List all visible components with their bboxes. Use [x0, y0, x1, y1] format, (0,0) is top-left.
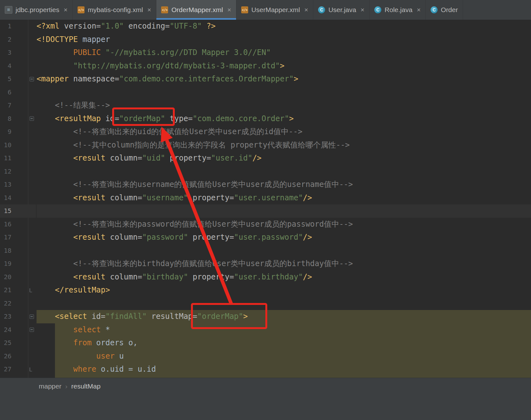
code-line-4[interactable]: "http://mybatis.org/dtd/mybatis-3-mapper…: [37, 59, 531, 73]
code-token: mapper: [83, 35, 110, 44]
code-line-7[interactable]: <!--结果集-->: [37, 99, 531, 112]
fold-collapse-icon[interactable]: −: [30, 327, 34, 332]
gutter-line[interactable]: 16: [0, 218, 36, 231]
code-line-13[interactable]: <!--将查询出来的username的值赋值给User类中user成员的user…: [37, 178, 531, 191]
line-number: 8: [2, 112, 11, 126]
code-token: version=: [64, 22, 101, 31]
gutter-line[interactable]: 21: [0, 284, 36, 297]
code-token: />: [303, 193, 312, 202]
close-tab-icon[interactable]: ✕: [147, 7, 151, 13]
code-token: <?xml: [37, 22, 64, 31]
code-token: >: [280, 61, 284, 70]
gutter-line[interactable]: 26: [0, 350, 36, 363]
code-token: <!--将查询出来的password的值赋值给User类中user成员的pass…: [73, 220, 353, 229]
code-line-8[interactable]: <resultMap id="orderMap" type="com.demo.…: [37, 112, 531, 126]
gutter-line[interactable]: 11: [0, 152, 36, 165]
close-tab-icon[interactable]: ✕: [227, 7, 231, 13]
tab-mybatis-config-xml[interactable]: </>mybatis-config.xml✕: [73, 0, 156, 20]
line-number: 27: [2, 363, 11, 376]
code-line-25[interactable]: from orders o,: [37, 336, 531, 350]
tab-role-java[interactable]: CRole.java✕: [370, 0, 426, 20]
gutter-line[interactable]: 22: [0, 297, 36, 310]
gutter-line[interactable]: 8−: [0, 112, 36, 126]
code-token: "username": [142, 193, 188, 202]
gutter-line[interactable]: 7: [0, 99, 36, 112]
code-line-1[interactable]: <?xml version="1.0" encoding="UTF-8" ?>: [37, 20, 531, 33]
fold-end-icon[interactable]: [30, 288, 32, 292]
gutter-line[interactable]: 18: [0, 244, 36, 258]
close-tab-icon[interactable]: ✕: [64, 7, 68, 13]
tab-ordermapper-xml[interactable]: </>OrderMapper.xml✕: [156, 0, 236, 20]
gutter-line[interactable]: 23−: [0, 310, 36, 323]
code-line-2[interactable]: <!DOCTYPE mapper: [37, 33, 531, 46]
tab-bar: ≡jdbc.properties✕</>mybatis-config.xml✕<…: [0, 0, 531, 20]
gutter-line[interactable]: 3: [0, 46, 36, 59]
gutter-line[interactable]: 15: [0, 204, 36, 218]
tab-label: UserMapper.xml: [251, 6, 300, 14]
gutter-line[interactable]: 4: [0, 59, 36, 73]
gutter-line[interactable]: 13: [0, 178, 36, 191]
gutter-line[interactable]: 14: [0, 191, 36, 205]
code-line-14[interactable]: <result column="username" property="user…: [37, 191, 531, 205]
gutter-line[interactable]: 20: [0, 271, 36, 284]
tab-order[interactable]: COrder: [426, 0, 463, 20]
tab-jdbc-properties[interactable]: ≡jdbc.properties✕: [0, 0, 73, 20]
code-line-26[interactable]: user u: [37, 350, 531, 363]
code-line-3[interactable]: PUBLIC "-//mybatis.org//DTD Mapper 3.0//…: [37, 46, 531, 59]
code-line-17[interactable]: <result column="password" property="user…: [37, 231, 531, 244]
code-line-5[interactable]: <mapper namespace="com.demo.core.interfa…: [37, 72, 531, 86]
tab-usermapper-xml[interactable]: </>UserMapper.xml✕: [236, 0, 313, 20]
code-token: namespace=: [73, 74, 119, 83]
gutter-line[interactable]: 1: [0, 20, 36, 33]
code-line-12[interactable]: [37, 165, 531, 178]
code-line-10[interactable]: <!--其中column指向的是查询出来的字段名 property代表赋值给哪个…: [37, 139, 531, 152]
code-token: [37, 325, 73, 334]
close-tab-icon[interactable]: ✕: [304, 7, 308, 13]
code-line-9[interactable]: <!--将查询出来的uid的值赋值给User类中user成员的id值中-->: [37, 125, 531, 139]
breadcrumb-item-mapper[interactable]: mapper: [39, 382, 61, 390]
gutter-line[interactable]: 10: [0, 139, 36, 152]
gutter-line[interactable]: 17: [0, 231, 36, 244]
gutter-line[interactable]: 24−: [0, 323, 36, 337]
code-line-11[interactable]: <result column="uid" property="user.id"/…: [37, 152, 531, 165]
fold-collapse-icon[interactable]: −: [30, 116, 34, 121]
sql-fragment-highlight: [55, 323, 531, 337]
close-tab-icon[interactable]: ✕: [360, 7, 364, 13]
gutter-line[interactable]: 2: [0, 33, 36, 46]
code-line-22[interactable]: [37, 297, 531, 310]
code-line-6[interactable]: [37, 86, 531, 99]
java-class-icon: C: [374, 6, 381, 13]
code-line-27[interactable]: where o.uid = u.id: [37, 363, 531, 376]
code-token: "user.username": [234, 193, 303, 202]
code-line-16[interactable]: <!--将查询出来的password的值赋值给User类中user成员的pass…: [37, 218, 531, 231]
code-line-19[interactable]: <!--将查询出来的birthday的值赋值给User类中user成员的birt…: [37, 257, 531, 271]
code-token: [37, 272, 73, 281]
code-line-18[interactable]: [37, 244, 531, 258]
code-line-15[interactable]: [37, 204, 531, 218]
gutter-line[interactable]: 6: [0, 86, 36, 99]
code-line-text: <!--将查询出来的username的值赋值给User类中user成员的user…: [37, 178, 353, 191]
close-tab-icon[interactable]: ✕: [417, 7, 421, 13]
code-line-21[interactable]: </resultMap>: [37, 284, 531, 297]
tab-label: Role.java: [385, 6, 412, 14]
fold-end-icon[interactable]: [30, 367, 32, 371]
breadcrumb-item-resultmap[interactable]: resultMap: [71, 382, 100, 390]
fold-collapse-icon[interactable]: −: [30, 77, 34, 81]
tab-user-java[interactable]: CUser.java✕: [313, 0, 370, 20]
line-number: 18: [2, 244, 11, 258]
line-number: 9: [2, 125, 11, 139]
code-line-20[interactable]: <result column="birthday" property="user…: [37, 271, 531, 284]
gutter-line[interactable]: 9: [0, 125, 36, 139]
fold-collapse-icon[interactable]: −: [30, 314, 34, 319]
line-number: 6: [2, 86, 11, 99]
gutter-line[interactable]: 5−: [0, 72, 36, 86]
code-token: />: [252, 154, 262, 162]
code-line-24[interactable]: select *: [37, 323, 531, 337]
code-line-23[interactable]: <select id="findAll" resultMap="orderMap…: [37, 310, 531, 323]
gutter-line[interactable]: 19: [0, 257, 36, 271]
gutter-line[interactable]: 12: [0, 165, 36, 178]
code-token: [37, 312, 55, 321]
gutter-line[interactable]: 25: [0, 336, 36, 350]
gutter-line[interactable]: 27: [0, 363, 36, 376]
code-token: select: [73, 325, 106, 334]
